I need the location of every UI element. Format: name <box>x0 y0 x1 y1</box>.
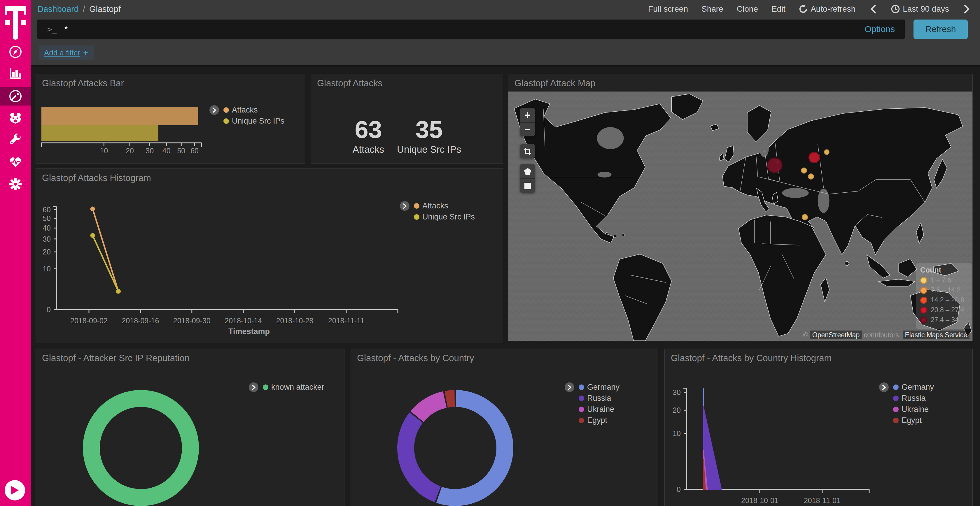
svg-text:10: 10 <box>673 429 681 438</box>
sidebar-item-heart-pulse[interactable] <box>0 152 30 171</box>
map-draw-rectangle-button[interactable] <box>520 178 535 193</box>
legend-item-egypt[interactable]: Egypt <box>579 415 619 426</box>
legend-color-dot <box>893 395 899 401</box>
panel-src-ip-reputation: Glastopf - Attacker Src IP Reputation kn… <box>36 349 344 506</box>
full-screen-button[interactable]: Full screen <box>648 5 688 14</box>
svg-text:50: 50 <box>43 214 51 222</box>
query-options-link[interactable]: Options <box>865 24 895 34</box>
breadcrumb: Dashboard / Glastopf <box>37 5 121 14</box>
svg-text:Timestamp: Timestamp <box>228 327 270 336</box>
legend-item-germany[interactable]: Germany <box>579 382 619 393</box>
refresh-icon <box>799 5 808 13</box>
legend-item-ukraine[interactable]: Ukraine <box>893 404 934 415</box>
breadcrumb-dashboard-link[interactable]: Dashboard <box>37 5 79 14</box>
map-legend-range: 1 – 7.6 <box>931 276 951 284</box>
map-zoom-in-button[interactable]: + <box>520 108 535 122</box>
edit-button[interactable]: Edit <box>772 5 786 14</box>
legend-item-unique-src-ips[interactable]: Unique Src IPs <box>223 116 285 127</box>
map-zoom-out-button[interactable]: − <box>520 122 535 136</box>
legend-label: Egypt <box>587 416 607 425</box>
time-picker-button[interactable]: Last 90 days <box>891 5 949 14</box>
time-forward-button[interactable] <box>963 5 971 13</box>
panel-title: Glastopf Attacks Histogram <box>42 173 151 183</box>
attacks-histogram-chart[interactable]: 01020304050602018-09-022018-09-162018-09… <box>36 169 503 344</box>
filter-bar: Add a filter+ <box>30 40 980 65</box>
panel-attacks-metric: Glastopf Attacks 63 Attacks 35 Unique Sr… <box>310 74 503 163</box>
map-fit-bounds-button[interactable] <box>520 144 535 158</box>
legend-toggle-button[interactable] <box>400 201 409 211</box>
sidebar-item-bar-chart[interactable] <box>0 64 30 82</box>
play-icon <box>11 485 19 495</box>
contributors-text: contributors, <box>864 331 901 339</box>
legend-item-attacks[interactable]: Attacks <box>414 200 475 211</box>
chevron-right-icon <box>882 385 886 390</box>
legend-toggle-button[interactable] <box>249 382 258 392</box>
country-donut-chart[interactable] <box>351 349 659 506</box>
breadcrumb-separator: / <box>83 5 85 14</box>
metric-label: Unique Src IPs <box>397 144 461 155</box>
attack-point-russia-east-of-moscow <box>824 150 829 154</box>
map-controls: + − <box>520 108 535 193</box>
legend-toggle-button[interactable] <box>879 382 889 392</box>
svg-text:2018-11-11: 2018-11-11 <box>328 317 364 325</box>
elastic-maps-link[interactable]: Elastic Maps Service <box>903 330 969 339</box>
svg-text:30: 30 <box>146 147 154 155</box>
legend-label: Unique Src IPs <box>232 117 285 125</box>
svg-text:2018-10-14: 2018-10-14 <box>224 317 262 325</box>
clone-button[interactable]: Clone <box>737 5 758 14</box>
time-back-button[interactable] <box>869 5 878 13</box>
sidebar-item-gauge[interactable] <box>0 87 30 106</box>
reputation-donut-chart[interactable] <box>36 349 345 506</box>
world-map-svg <box>508 92 972 341</box>
sidebar-item-compass[interactable] <box>0 43 30 61</box>
legend-item-known-attacker[interactable]: known attacker <box>263 382 325 393</box>
panel-title: Glastopf - Attacks by Country Histogram <box>671 353 832 363</box>
map-draw-polygon-button[interactable] <box>520 164 535 178</box>
legend-item-germany[interactable]: Germany <box>893 382 934 393</box>
legend-label: Egypt <box>902 416 922 425</box>
svg-text:40: 40 <box>43 224 51 232</box>
svg-text:2018-09-30: 2018-09-30 <box>173 317 211 325</box>
metric-unique-src-ips: 35 Unique Src IPs <box>397 117 461 155</box>
sidebar-item-wrench[interactable] <box>0 130 30 149</box>
kibana-app: Dashboard / Glastopf Full screen Share C… <box>0 0 980 506</box>
polygon-icon <box>524 168 531 175</box>
console-prompt-icon: >_ <box>47 25 57 34</box>
panel-attacks-by-country-histogram: Glastopf - Attacks by Country Histogram … <box>664 349 973 506</box>
legend-color-dot <box>223 107 229 113</box>
chevron-right-icon <box>403 203 407 209</box>
legend-item-russia[interactable]: Russia <box>893 393 934 404</box>
legend-toggle-button[interactable] <box>209 105 219 115</box>
panel-attacks-bar: Glastopf Attacks Bar 102030405060 Attack… <box>36 74 305 163</box>
svg-text:20: 20 <box>43 248 51 256</box>
query-input[interactable]: >_ * Options <box>37 19 905 39</box>
clock-icon <box>891 5 900 13</box>
legend-label: Germany <box>587 383 619 392</box>
legend-item-attacks[interactable]: Attacks <box>223 104 285 116</box>
metric-attacks: 63 Attacks <box>353 117 384 155</box>
world-map[interactable]: + − <box>508 92 972 341</box>
gear-icon <box>9 178 22 191</box>
legend-color-dot <box>414 203 419 209</box>
legend-item-unique-src-ips[interactable]: Unique Src IPs <box>414 211 475 222</box>
legend-toggle-button[interactable] <box>565 382 574 392</box>
auto-refresh-button[interactable]: Auto-refresh <box>799 5 856 14</box>
legend-item-ukraine[interactable]: Ukraine <box>579 404 619 415</box>
country-area-chart[interactable]: 01020302018-10-012018-11-01Timestamp <box>665 349 973 506</box>
map-legend-dot <box>920 307 927 314</box>
sidebar-expand-button[interactable] <box>5 480 25 500</box>
share-button[interactable]: Share <box>702 5 723 14</box>
refresh-button[interactable]: Refresh <box>913 19 968 39</box>
heart-pulse-icon <box>9 155 22 168</box>
map-attribution: © OpenStreetMap contributors, Elastic Ma… <box>803 331 969 339</box>
add-filter-button[interactable]: Add a filter+ <box>39 46 94 60</box>
legend-item-russia[interactable]: Russia <box>579 393 619 404</box>
legend-label: Russia <box>587 394 611 403</box>
osm-link[interactable]: OpenStreetMap <box>810 330 862 339</box>
legend-item-egypt[interactable]: Egypt <box>893 415 934 426</box>
map-legend-range: 14.2 – 20.8 <box>931 296 964 304</box>
sidebar-item-bear[interactable] <box>0 109 30 127</box>
svg-text:60: 60 <box>191 147 199 155</box>
attack-point-ukraine-east <box>808 174 813 179</box>
sidebar-item-gear[interactable] <box>0 175 30 194</box>
